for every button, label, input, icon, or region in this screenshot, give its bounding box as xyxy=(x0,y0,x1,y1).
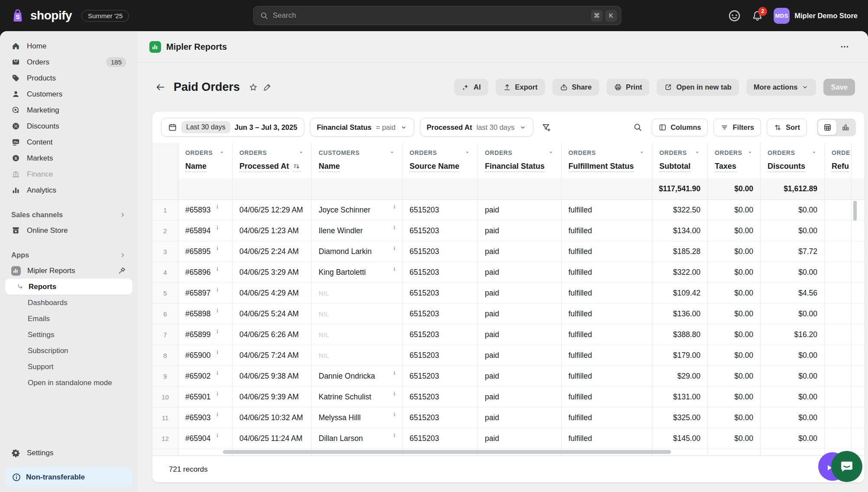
filter-financial-status[interactable]: Financial Status = paid xyxy=(310,118,414,137)
filter-processed-at[interactable]: Processed At last 30 days xyxy=(420,118,533,137)
table-row[interactable]: 12#65904i04/06/25 11:24 AMDillan Larsoni… xyxy=(152,428,865,449)
chat-widget[interactable] xyxy=(831,451,862,482)
table-row[interactable]: 1#65893i04/06/25 12:29 AMJoyce Schinneri… xyxy=(152,200,865,221)
store-menu[interactable]: MDS Mipler Demo Store xyxy=(774,8,858,24)
column-header-orders-financial-status[interactable]: ORDERSFinancial Status xyxy=(478,143,561,178)
sidebar-item-home[interactable]: Home xyxy=(5,38,132,54)
sidebar-subitem-emails[interactable]: Emails xyxy=(5,311,132,327)
non-transferable-banner[interactable]: Non-transferable xyxy=(5,467,132,488)
row-number: 4 xyxy=(152,262,178,283)
info-icon[interactable]: i xyxy=(216,391,218,397)
edit-pencil-icon[interactable] xyxy=(262,83,272,92)
table-row[interactable]: 2#65894i04/06/25 1:23 AMIlene Windleri65… xyxy=(152,221,865,241)
column-header-orders-fulfillment-status[interactable]: ORDERSFulfillment Status xyxy=(561,143,652,178)
column-header-orders-discounts[interactable]: ORDERSDiscounts xyxy=(761,143,825,178)
cell-value: $179.00 xyxy=(673,351,700,360)
info-icon[interactable]: i xyxy=(216,225,218,231)
info-icon[interactable]: i xyxy=(394,432,395,439)
ai-button[interactable]: AI xyxy=(454,79,488,96)
more-actions-button[interactable]: More actions xyxy=(746,79,816,96)
table-row[interactable]: 9#65902i04/06/25 9:38 AMDannie Ondrickai… xyxy=(152,366,865,387)
button-label: Share xyxy=(572,83,592,91)
table-row[interactable]: 3#65895i04/06/25 2:24 AMDiamond Larkini6… xyxy=(152,241,865,262)
cell-value: fulfilled xyxy=(568,206,592,215)
sidebar-subitem-support[interactable]: Support xyxy=(5,359,132,375)
info-icon[interactable]: i xyxy=(394,266,395,273)
global-search-input[interactable]: Search ⌘ K xyxy=(253,6,621,25)
sidebar-item-analytics[interactable]: Analytics xyxy=(5,182,132,198)
chart-view-toggle[interactable] xyxy=(836,120,855,135)
open-in-new-tab-button[interactable]: Open in new tab xyxy=(657,79,739,96)
table-search-icon[interactable] xyxy=(633,122,642,132)
table-row[interactable]: 5#65897i04/06/25 4:29 AMNIL6515203paidfu… xyxy=(152,283,865,304)
column-header-orders-source-name[interactable]: ORDERSSource Name xyxy=(403,143,478,178)
favorite-star-icon[interactable] xyxy=(248,83,258,92)
sidebar-item-mipler-reports[interactable]: Mipler Reports xyxy=(5,263,132,279)
info-icon[interactable]: i xyxy=(394,245,395,252)
more-menu-icon[interactable] xyxy=(839,42,850,52)
info-icon[interactable]: i xyxy=(394,391,395,397)
filters-button[interactable]: Filters xyxy=(713,119,761,136)
pin-icon[interactable] xyxy=(117,267,126,275)
column-header-orders-taxes[interactable]: ORDERSTaxes xyxy=(708,143,761,178)
sidebar-item-orders[interactable]: Orders185 xyxy=(5,54,132,70)
sidebar-item-customers[interactable]: Customers xyxy=(5,86,132,102)
info-icon[interactable]: i xyxy=(216,308,218,314)
column-header-orders-processed-at[interactable]: ORDERSProcessed At xyxy=(232,143,312,178)
info-icon[interactable]: i xyxy=(216,370,218,376)
table-row[interactable]: 7#65899i04/06/25 6:26 AMNIL6515203paidfu… xyxy=(152,325,865,345)
table-row[interactable]: 10#65901i04/06/25 9:39 AMKatrine Schulis… xyxy=(152,387,865,408)
info-icon[interactable]: i xyxy=(216,204,218,210)
sidebar-item-discounts[interactable]: Discounts xyxy=(5,118,132,134)
sidebar-subitem-open-in-standalone-mode[interactable]: Open in standalone mode xyxy=(5,375,132,391)
info-icon[interactable]: i xyxy=(216,287,218,293)
cell-subtotal: $322.50 xyxy=(652,200,708,220)
sidebar-section-sales-channels[interactable]: Sales channels xyxy=(0,207,138,222)
sidebar-item-products[interactable]: Products xyxy=(5,70,132,86)
sidebar-item-markets[interactable]: $Markets xyxy=(5,150,132,166)
add-filter-funnel-icon[interactable] xyxy=(542,122,552,132)
info-icon[interactable]: i xyxy=(394,225,395,231)
info-icon[interactable]: i xyxy=(216,328,218,335)
vertical-scrollbar[interactable] xyxy=(853,201,857,221)
info-icon[interactable]: i xyxy=(216,349,218,356)
sidebar-subitem-settings[interactable]: Settings xyxy=(5,327,132,343)
sidebar-item-settings[interactable]: Settings xyxy=(5,445,132,461)
sidekick-icon[interactable] xyxy=(728,9,741,23)
sidebar-subitem-reports[interactable]: Reports xyxy=(5,279,132,295)
info-icon[interactable]: i xyxy=(394,204,395,210)
date-range-picker[interactable]: Last 30 days Jun 3 – Jul 3, 2025 xyxy=(161,118,304,137)
sidebar-subitem-subscription[interactable]: Subscription xyxy=(5,343,132,359)
column-header-orders-subtotal[interactable]: ORDERSSubtotal xyxy=(652,143,708,178)
print-button[interactable]: Print xyxy=(607,79,650,96)
back-arrow-icon[interactable] xyxy=(155,82,166,93)
chat-launcher-button[interactable] xyxy=(831,451,862,482)
share-button[interactable]: Share xyxy=(552,79,599,96)
export-button[interactable]: Export xyxy=(496,79,545,96)
info-icon[interactable]: i xyxy=(394,412,395,418)
column-header-orde-refu[interactable]: ORDERefu xyxy=(825,143,852,178)
table-row[interactable]: 11#65903i04/06/25 10:32 AMMelyssa Hillli… xyxy=(152,408,865,428)
info-icon[interactable]: i xyxy=(394,370,395,376)
table-row[interactable]: 4#65896i04/06/25 3:29 AMKing Bartolettii… xyxy=(152,262,865,283)
table-view-toggle[interactable] xyxy=(818,120,836,135)
info-icon[interactable]: i xyxy=(216,412,218,418)
notifications-bell-icon[interactable]: 2 xyxy=(752,10,763,22)
shopify-logo-icon[interactable]: S xyxy=(10,8,25,23)
sort-button[interactable]: Sort xyxy=(767,119,807,136)
info-icon[interactable]: i xyxy=(216,266,218,273)
info-icon[interactable]: i xyxy=(216,432,218,439)
sidebar-item-content[interactable]: Content xyxy=(5,134,132,150)
sidebar-item-marketing[interactable]: Marketing xyxy=(5,102,132,118)
column-header-customers-name[interactable]: CUSTOMERSName xyxy=(312,143,403,178)
horizontal-scrollbar[interactable] xyxy=(223,450,671,454)
columns-button[interactable]: Columns xyxy=(652,119,708,136)
sidebar-section-apps[interactable]: Apps xyxy=(0,247,138,263)
info-icon[interactable]: i xyxy=(216,245,218,252)
table-row[interactable]: 8#65900i04/06/25 7:24 AMNIL6515203paidfu… xyxy=(152,345,865,366)
sidebar-item-online-store[interactable]: Online Store xyxy=(5,222,132,238)
column-header-orders-name[interactable]: ORDERSName xyxy=(178,143,232,178)
edition-badge[interactable]: Summer '25 xyxy=(81,10,129,22)
sidebar-subitem-dashboards[interactable]: Dashboards xyxy=(5,295,132,311)
table-row[interactable]: 6#65898i04/06/25 5:24 AMNIL6515203paidfu… xyxy=(152,304,865,325)
